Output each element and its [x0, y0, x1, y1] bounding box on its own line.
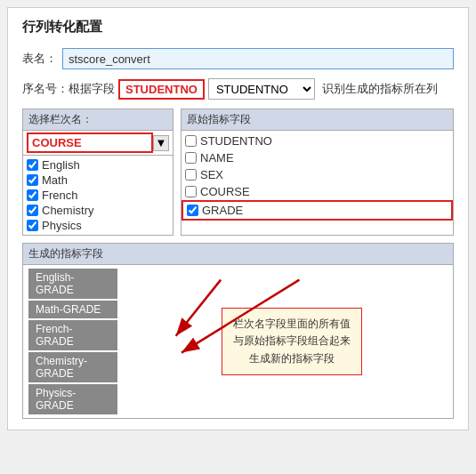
chemistry-label: Chemistry	[42, 204, 94, 217]
grade-checkbox[interactable]	[187, 205, 198, 216]
sex-label: SEX	[200, 168, 223, 181]
bottom-content: English-GRADE Math-GRADE French-GRADE Ch…	[23, 265, 453, 418]
physics-checkbox[interactable]	[27, 220, 38, 231]
annotation-box: 栏次名字段里面的所有值与原始指标字段组合起来生成新的指标字段	[222, 308, 362, 375]
gen-item-french: French-GRADE	[28, 320, 117, 350]
name-label: NAME	[200, 151, 234, 165]
table-name-input[interactable]	[62, 48, 454, 69]
left-panel-header: 选择栏次名：	[23, 109, 173, 131]
list-item: French	[23, 188, 173, 203]
right-list-area: STUDENTNO NAME SEX COURSE GRADE	[182, 131, 453, 222]
table-name-row: 表名：	[22, 48, 454, 69]
dropdown-arrow[interactable]: ▼	[153, 135, 169, 151]
course-checkbox[interactable]	[185, 186, 197, 197]
right-list-item: STUDENTNO	[182, 133, 453, 149]
gen-item-physics: Physics-GRADE	[28, 384, 117, 414]
math-checkbox[interactable]	[27, 174, 38, 186]
svg-line-2	[176, 280, 221, 336]
arrow-annotation-area: 栏次名字段里面的所有值与原始指标字段组合起来生成新的指标字段	[117, 269, 448, 414]
sex-checkbox[interactable]	[185, 169, 197, 181]
english-label: English	[42, 158, 80, 172]
bottom-header: 生成的指标字段	[23, 244, 453, 265]
right-list-item: COURSE	[182, 183, 453, 200]
english-checkbox[interactable]	[27, 159, 38, 171]
studentno-checkbox[interactable]	[185, 135, 197, 147]
left-panel: 选择栏次名： COURSE ▼ English Math French	[22, 108, 173, 236]
french-checkbox[interactable]	[27, 189, 38, 201]
main-container: 行列转化配置 表名： 序名号：根据字段 STUDENTNO STUDENTNO …	[7, 7, 469, 430]
math-label: Math	[42, 173, 68, 187]
list-item: Math	[23, 173, 173, 188]
dropdown-value: COURSE	[27, 133, 153, 153]
right-list-item: SEX	[182, 166, 453, 183]
right-panel: 原始指标字段 STUDENTNO NAME SEX COURSE	[181, 108, 454, 236]
gen-item-english: English-GRADE	[28, 269, 117, 299]
right-panel-header: 原始指标字段	[182, 109, 453, 131]
seq-row: 序名号：根据字段 STUDENTNO STUDENTNO 识别生成的指标所在列	[22, 78, 454, 100]
grade-label: GRADE	[202, 204, 243, 217]
physics-label: Physics	[42, 219, 82, 232]
seq-right-label: 识别生成的指标所在列	[322, 81, 438, 97]
list-item: Physics	[23, 218, 173, 233]
list-item: English	[23, 157, 173, 173]
list-item: Chemistry	[23, 203, 173, 218]
right-list-item: NAME	[182, 149, 453, 166]
generated-list: English-GRADE Math-GRADE French-GRADE Ch…	[28, 269, 117, 414]
name-checkbox[interactable]	[185, 152, 197, 164]
chemistry-checkbox[interactable]	[27, 205, 38, 216]
course-label: COURSE	[200, 185, 250, 198]
panels-row: 选择栏次名： COURSE ▼ English Math French	[22, 108, 454, 236]
french-label: French	[42, 189, 77, 202]
studentno-label: STUDENTNO	[200, 134, 272, 148]
page-title: 行列转化配置	[22, 19, 454, 36]
dropdown-row: COURSE ▼	[23, 131, 173, 156]
table-label: 表名：	[22, 51, 57, 67]
seq-label: 序名号：根据字段	[22, 81, 115, 97]
bottom-section: 生成的指标字段 English-GRADE Math-GRADE French-…	[22, 243, 454, 419]
gen-item-chemistry: Chemistry-GRADE	[28, 352, 117, 382]
seq-field-box: STUDENTNO	[118, 79, 205, 100]
gen-item-math: Math-GRADE	[28, 301, 117, 318]
seq-select[interactable]: STUDENTNO	[208, 78, 315, 100]
left-list-area: English Math French Chemistry Physics	[23, 156, 173, 235]
right-list-item-grade: GRADE	[182, 200, 453, 221]
